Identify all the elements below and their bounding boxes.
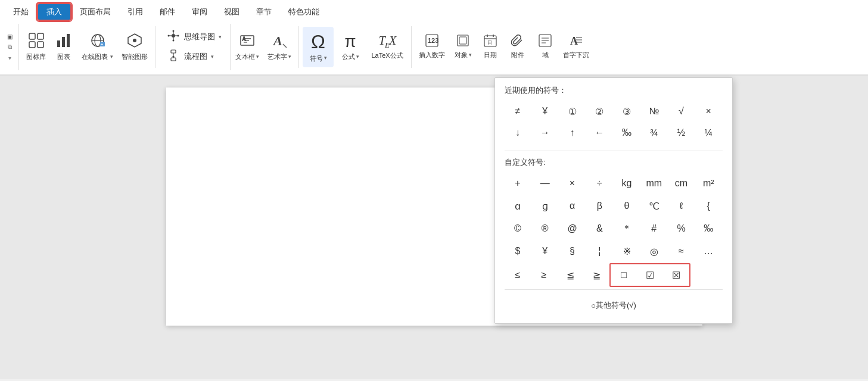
attachment-icon: [511, 34, 524, 49]
custom-symbol-cell[interactable]: ¥: [532, 241, 558, 262]
custom-symbol-cell[interactable]: $: [505, 241, 531, 262]
formula-icon: π: [344, 32, 356, 51]
custom-symbol-cell[interactable]: kg: [614, 173, 640, 194]
custom-symbol-cell[interactable]: ＊: [614, 218, 640, 239]
field-button[interactable]: 域: [532, 32, 558, 61]
custom-symbol-cell[interactable]: mm: [641, 173, 667, 194]
mindmap-button[interactable]: 思维导图 ▾: [164, 29, 225, 46]
recent-symbol-cell[interactable]: →: [532, 122, 558, 143]
chart-button[interactable]: 图表: [51, 30, 77, 63]
tab-start[interactable]: 开始: [5, 4, 37, 20]
tab-review[interactable]: 审阅: [183, 4, 216, 20]
attachment-button[interactable]: 附件: [505, 32, 531, 61]
custom-symbol-cell[interactable]: ɡ: [532, 195, 558, 217]
svg-point-14: [172, 34, 175, 38]
smart-shape-button[interactable]: 智能图形: [118, 30, 151, 63]
tab-reference[interactable]: 引用: [119, 4, 151, 20]
custom-symbol-cell[interactable]: §: [559, 241, 586, 262]
recent-symbol-cell[interactable]: ¥: [532, 101, 558, 122]
custom-symbol-cell[interactable]: ℃: [641, 195, 667, 217]
arttext-button[interactable]: A 艺术字 ▾: [264, 30, 295, 63]
custom-symbol-cell[interactable]: ◎: [641, 241, 667, 262]
tab-chapter[interactable]: 章节: [248, 4, 280, 20]
icon-lib-button[interactable]: 图标库: [23, 30, 49, 63]
custom-symbol-cell[interactable]: &: [586, 218, 612, 239]
recent-symbol-cell[interactable]: ¼: [695, 122, 721, 143]
tab-features[interactable]: 特色功能: [280, 4, 328, 20]
recent-symbol-cell[interactable]: ‰: [614, 122, 640, 143]
custom-symbol-row: $¥§¦※◎≈…: [505, 241, 723, 262]
custom-symbol-cell[interactable]: ®: [532, 218, 558, 239]
dropcap-button[interactable]: A 首字下沉: [559, 32, 593, 61]
custom-symbol-cell[interactable]: %: [668, 218, 695, 239]
custom-symbol-cell[interactable]: +: [505, 173, 531, 194]
recent-symbol-cell[interactable]: ↓: [505, 122, 531, 143]
custom-symbol-cell[interactable]: ≥: [531, 264, 557, 286]
custom-symbol-cell[interactable]: θ: [614, 195, 640, 217]
formula-arrow: ▾: [356, 54, 359, 60]
custom-symbol-cell[interactable]: …: [695, 241, 721, 262]
svg-rect-23: [171, 50, 176, 53]
custom-symbol-cell[interactable]: ※: [614, 241, 640, 262]
custom-symbol-row: ɑɡαβθ℃ℓ{: [505, 195, 723, 217]
custom-symbol-cell[interactable]: #: [641, 218, 667, 239]
latex-button[interactable]: TEX LaTeX公式: [367, 27, 407, 67]
left-edge-label: ▾: [8, 55, 11, 61]
recent-symbol-cell[interactable]: √: [668, 101, 695, 122]
symbol-button[interactable]: Ω 符号 ▾: [303, 27, 334, 67]
custom-symbol-cell[interactable]: ℓ: [668, 195, 695, 217]
insert-num-label: 插入数字: [419, 51, 445, 60]
custom-symbol-cell[interactable]: cm: [668, 173, 695, 194]
recent-symbol-cell[interactable]: ↑: [559, 122, 586, 143]
recent-symbol-cell[interactable]: №: [641, 101, 667, 122]
tab-insert[interactable]: 插入: [37, 3, 71, 21]
svg-text:日: 日: [487, 40, 492, 45]
left-edge-btn2[interactable]: ⧉: [5, 43, 14, 51]
custom-symbol-cell[interactable]: {: [695, 195, 721, 217]
custom-symbol-cell[interactable]: ≦: [557, 264, 583, 286]
custom-symbol-cell[interactable]: ©: [505, 218, 531, 239]
custom-symbol-cell[interactable]: β: [586, 195, 612, 217]
tab-view[interactable]: 视图: [216, 4, 248, 20]
recent-symbol-cell[interactable]: ②: [586, 101, 612, 122]
recent-symbols-grid: ≠¥①②③№√×↓→↑←‰¾½¼: [505, 101, 723, 143]
divider2: [298, 26, 299, 68]
tab-mail[interactable]: 邮件: [151, 4, 183, 20]
svg-rect-24: [171, 58, 176, 61]
insert-num-button[interactable]: 123 插入数字: [415, 32, 449, 61]
textbox-button[interactable]: A 文本框 ▾: [232, 30, 263, 63]
custom-symbol-cell[interactable]: ≧: [583, 264, 609, 286]
date-button[interactable]: 日 日期: [477, 32, 503, 61]
highlighted-symbol-cell[interactable]: □: [611, 264, 637, 286]
recent-symbol-cell[interactable]: ①: [559, 101, 586, 122]
custom-symbol-cell[interactable]: ‰: [695, 218, 721, 239]
flowchart-label: 流程图: [184, 51, 207, 62]
recent-symbol-cell[interactable]: ③: [614, 101, 640, 122]
left-edge-btn1[interactable]: ▣: [5, 33, 15, 40]
svg-line-33: [283, 44, 287, 48]
recent-symbol-cell[interactable]: ×: [695, 101, 721, 122]
object-button[interactable]: 对象 ▾: [450, 32, 476, 61]
custom-symbol-cell[interactable]: ÷: [586, 173, 612, 194]
custom-symbol-cell[interactable]: ×: [559, 173, 586, 194]
recent-symbol-cell[interactable]: ≠: [505, 101, 531, 122]
tab-page-layout[interactable]: 页面布局: [71, 4, 119, 20]
more-symbols-link[interactable]: ○ 其他符号(√): [505, 295, 723, 316]
custom-symbol-cell[interactable]: m²: [695, 173, 721, 194]
smart-shape-label: 智能图形: [122, 52, 148, 61]
recent-symbol-cell[interactable]: ½: [668, 122, 695, 143]
custom-symbol-cell[interactable]: @: [559, 218, 586, 239]
custom-symbol-cell[interactable]: ɑ: [505, 195, 531, 217]
online-chart-button[interactable]: + 在线图表 ▾: [78, 30, 117, 63]
recent-symbol-cell[interactable]: ¾: [641, 122, 667, 143]
highlighted-symbol-cell[interactable]: ☒: [663, 264, 689, 286]
formula-button[interactable]: π 公式 ▾: [335, 27, 366, 67]
custom-symbol-cell[interactable]: ≈: [668, 241, 695, 262]
custom-symbol-cell[interactable]: ¦: [586, 241, 612, 262]
flowchart-button[interactable]: 流程图 ▾: [164, 48, 225, 65]
custom-symbol-cell[interactable]: —: [532, 173, 558, 194]
recent-symbol-cell[interactable]: ←: [586, 122, 612, 143]
custom-symbol-cell[interactable]: ≤: [505, 264, 531, 286]
highlighted-symbol-cell[interactable]: ☑: [637, 264, 663, 286]
custom-symbol-cell[interactable]: α: [559, 195, 586, 217]
